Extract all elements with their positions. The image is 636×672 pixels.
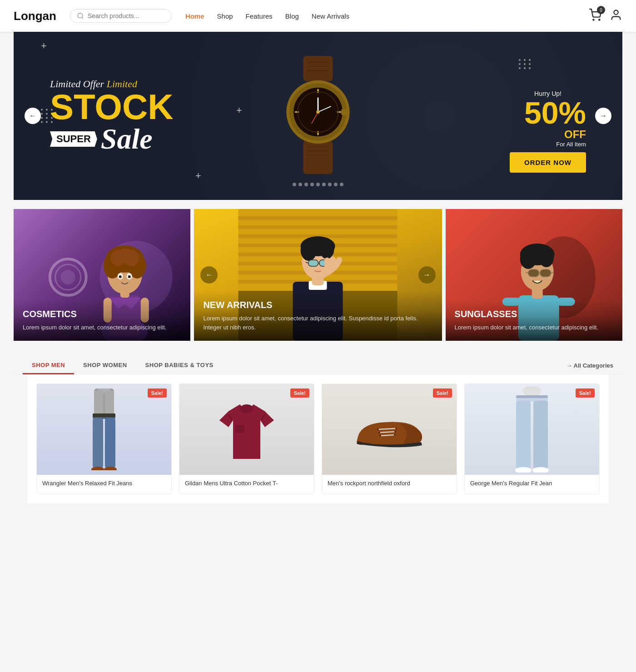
nav-blog[interactable]: Blog: [285, 12, 299, 20]
deco-plus-1: +: [41, 40, 47, 52]
svg-rect-85: [105, 391, 114, 416]
cosmetics-title: COSMETICS: [23, 309, 181, 319]
product-image-jeans: [37, 384, 171, 475]
sunglasses-desc: Lorem ipsum dolor sit amet, consectetur …: [455, 323, 613, 332]
nav-home[interactable]: Home: [185, 12, 204, 20]
new-arrivals-overlay: NEW ARRIVALS Lorem ipsum dolor sit amet,…: [194, 291, 442, 341]
header: Longan Home Shop Features Blog New Arriv…: [0, 0, 636, 32]
svg-point-3: [599, 19, 600, 20]
deco-dots-right: [519, 59, 532, 69]
cosmetics-desc: Lorem ipsum dolor sit amet, consectetur …: [23, 323, 181, 332]
category-sunglasses[interactable]: SUNGLASSES Lorem ipsum dolor sit amet, c…: [446, 209, 622, 341]
cart-count: 0: [597, 6, 605, 14]
shop-section: SHOP MEN SHOP WOMEN SHOP BABIES & TOYS →…: [14, 350, 622, 503]
cart-icon-wrap[interactable]: 0: [589, 9, 601, 23]
svg-point-2: [593, 19, 594, 20]
nav-features[interactable]: Features: [246, 12, 273, 20]
product-card-jeans[interactable]: Sale!: [36, 383, 172, 494]
product-grid: Sale!: [27, 374, 609, 503]
tab-shop-women[interactable]: SHOP WOMEN: [74, 357, 136, 374]
product-card-shoes[interactable]: Sale!: [322, 383, 457, 494]
svg-point-101: [378, 432, 380, 433]
sale-badge-2: Sale!: [290, 388, 309, 398]
svg-point-4: [614, 10, 618, 15]
hero-sale-text: Sale: [101, 124, 153, 154]
sale-badge-1: Sale!: [148, 388, 167, 398]
svg-rect-6: [303, 140, 333, 174]
tab-shop-men[interactable]: SHOP MEN: [23, 357, 74, 374]
hero-watch-center: [268, 56, 368, 176]
category-cards: COSMETICS Lorem ipsum dolor sit amet, co…: [14, 209, 622, 341]
sunglasses-title: SUNGLASSES: [455, 309, 613, 319]
svg-point-102: [394, 431, 396, 433]
product-image-shoes: [322, 384, 457, 475]
all-categories-link[interactable]: → All Categories: [566, 362, 613, 369]
new-arrivals-desc: Lorem ipsum dolor sit amet, consectetur …: [203, 314, 432, 332]
svg-point-0: [78, 13, 83, 18]
hero-next-button[interactable]: →: [595, 108, 611, 124]
svg-line-1: [82, 17, 83, 19]
svg-rect-16: [317, 89, 319, 93]
svg-point-105: [523, 386, 541, 396]
category-cosmetics[interactable]: COSMETICS Lorem ipsum dolor sit amet, co…: [14, 209, 190, 341]
svg-point-99: [377, 428, 379, 430]
jeans-illustration: [81, 388, 127, 470]
hero-discount-off: OFF: [510, 128, 586, 141]
user-icon-wrap[interactable]: [610, 9, 622, 23]
svg-point-43: [128, 275, 131, 278]
sunglasses-overlay: SUNGLASSES Lorem ipsum dolor sit amet, c…: [446, 300, 622, 341]
product-name-tshirt: Gildan Mens Ultra Cotton Pocket T-: [179, 475, 314, 494]
svg-rect-5: [303, 56, 333, 81]
svg-rect-25: [341, 109, 347, 115]
tshirt-illustration: [219, 395, 274, 463]
svg-rect-76: [540, 269, 551, 277]
header-icons: 0: [589, 9, 622, 23]
search-bar: [70, 9, 172, 23]
hero-right-content: Hurry Up! 50% OFF For All Item ORDER NOW: [510, 90, 586, 173]
category-new-arrivals[interactable]: ← → NEW ARRIVALS Lorem ipsum dolor sit a…: [194, 209, 442, 341]
nav-shop[interactable]: Shop: [217, 12, 233, 20]
nav-new-arrivals[interactable]: New Arrivals: [312, 12, 349, 20]
svg-rect-108: [533, 401, 548, 469]
product-name-shoes: Men's rockport northfield oxford: [322, 475, 457, 494]
logo[interactable]: Longan: [14, 9, 56, 23]
tab-shop-babies-toys[interactable]: SHOP BABIES & TOYS: [136, 357, 223, 374]
new-arrivals-prev-button[interactable]: ←: [200, 266, 218, 284]
new-arrivals-title: NEW ARRIVALS: [203, 300, 432, 310]
hero-dots-indicator: [293, 183, 343, 186]
svg-point-61: [301, 239, 317, 261]
svg-point-62: [320, 239, 334, 259]
product-card-tshirt[interactable]: Sale! Gildan Mens Ultra Cotton Pocket T-: [179, 383, 314, 494]
product-card-pants[interactable]: Sale! George Men's: [464, 383, 600, 494]
sale-badge-4: Sale!: [576, 388, 595, 398]
new-arrivals-next-button[interactable]: →: [418, 266, 436, 284]
search-input[interactable]: [88, 12, 165, 20]
pants-illustration: [509, 386, 555, 473]
hero-discount-all: For All Item: [510, 141, 586, 148]
svg-rect-87: [93, 418, 103, 468]
shop-tabs: SHOP MEN SHOP WOMEN SHOP BABIES & TOYS →…: [14, 350, 622, 374]
hero-prev-button[interactable]: ←: [25, 108, 41, 124]
product-name-jeans: Wrangler Men's Relaxed Fit Jeans: [37, 475, 171, 494]
svg-point-100: [395, 428, 397, 429]
watch-illustration: [268, 56, 368, 174]
main-nav: Home Shop Features Blog New Arrivals: [185, 12, 580, 20]
order-now-button[interactable]: ORDER NOW: [510, 152, 586, 173]
sale-badge-3: Sale!: [433, 388, 452, 398]
svg-rect-88: [105, 418, 115, 468]
svg-point-42: [119, 275, 122, 278]
svg-rect-109: [516, 395, 548, 398]
svg-point-103: [379, 435, 381, 437]
svg-rect-75: [528, 269, 539, 277]
user-icon: [610, 9, 622, 21]
hero-super-badge: SUPER: [50, 131, 97, 147]
svg-rect-84: [94, 391, 103, 416]
shoes-illustration: [353, 407, 426, 452]
svg-point-29: [61, 270, 75, 284]
product-image-pants: [465, 384, 599, 475]
svg-point-92: [240, 404, 253, 413]
svg-rect-63: [308, 260, 318, 266]
svg-point-104: [394, 434, 396, 436]
product-image-tshirt: [179, 384, 314, 475]
svg-rect-18: [295, 111, 299, 113]
